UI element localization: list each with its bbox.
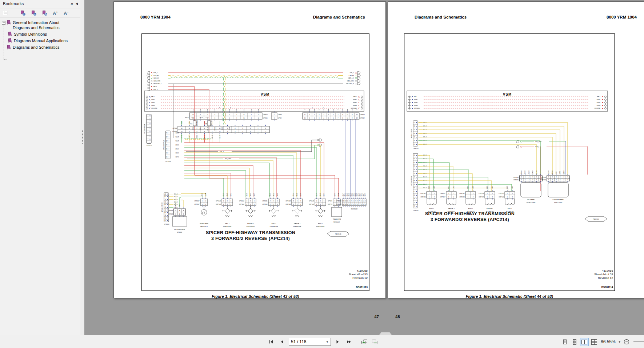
two-page-scrolling-icon[interactable] bbox=[590, 338, 598, 346]
svg-text:CRP141: CRP141 bbox=[262, 204, 267, 205]
component-rev-1-solenoid: 1122CPS140CRP140945-O159-OREV 1SOLENOID bbox=[499, 186, 515, 212]
zoom-level[interactable]: 86.55% bbox=[600, 339, 616, 344]
svg-text:1: 1 bbox=[300, 204, 301, 205]
svg-text:GROUND_3: GROUND_3 bbox=[346, 83, 354, 84]
svg-text:CPS134: CPS134 bbox=[541, 177, 546, 178]
next-page-button[interactable] bbox=[334, 338, 341, 345]
svg-text:D: D bbox=[230, 107, 231, 109]
component-sump-temp-sensor-1: 1122CPS167CRP167367-O138-WSUMP TEMPSENSO… bbox=[194, 193, 208, 227]
increase-text-size-icon[interactable]: A+ bbox=[52, 10, 59, 16]
svg-text:C2: C2 bbox=[414, 122, 415, 123]
svg-text:941-O: 941-O bbox=[428, 186, 430, 189]
page-header: Diagrams and Schematics 8000 YRM 1904 bbox=[415, 15, 637, 19]
svg-text:900-R: 900-R bbox=[176, 140, 179, 142]
svg-text:128-V: 128-V bbox=[556, 171, 557, 174]
zoom-slider[interactable] bbox=[633, 341, 644, 342]
svg-text:2: 2 bbox=[453, 193, 454, 195]
svg-text:128-S: 128-S bbox=[277, 193, 278, 196]
svg-text:5: 5 bbox=[328, 117, 329, 119]
svg-text:CRP145: CRP145 bbox=[216, 204, 221, 205]
svg-text:K2: K2 bbox=[414, 191, 415, 192]
svg-text:243-C: 243-C bbox=[176, 144, 179, 146]
svg-text:8: 8 bbox=[204, 131, 205, 132]
svg-text:1: 1 bbox=[258, 131, 259, 132]
svg-text:7: 7 bbox=[359, 204, 360, 205]
expand-current-bookmark-icon[interactable] bbox=[41, 10, 48, 16]
svg-text:SUMP TEMP: SUMP TEMP bbox=[200, 223, 208, 224]
component-range-2-solenoid: 1122CPS137CRP137942-O157-ORANGE 2SOLENOI… bbox=[440, 186, 456, 212]
svg-text:256-S: 256-S bbox=[246, 193, 248, 196]
svg-text:2: 2 bbox=[492, 193, 493, 195]
first-page-button[interactable] bbox=[268, 338, 275, 345]
svg-text:945-O: 945-O bbox=[507, 186, 508, 189]
previous-page-button[interactable] bbox=[278, 338, 285, 345]
header-right: Diagrams and Schematics bbox=[313, 15, 365, 19]
zoom-dropdown-icon[interactable]: ▼ bbox=[618, 340, 621, 344]
svg-text:C: C bbox=[175, 210, 176, 212]
svg-text:Revision 12: Revision 12 bbox=[598, 276, 613, 280]
next-view-button[interactable] bbox=[371, 338, 379, 345]
bookmark-item-symbol-definitions[interactable]: Symbol Definitions bbox=[0, 31, 80, 37]
svg-text:SWB2: SWB2 bbox=[151, 102, 155, 103]
bookmark-icon bbox=[7, 32, 13, 37]
svg-text:4119055: 4119055 bbox=[356, 269, 368, 272]
svg-text:361-O: 361-O bbox=[174, 193, 178, 195]
svg-text:157-O: 157-O bbox=[453, 186, 455, 189]
svg-text:9: 9 bbox=[197, 131, 197, 132]
svg-text:365-O: 365-O bbox=[227, 193, 228, 196]
svg-text:138-W: 138-W bbox=[205, 193, 207, 196]
svg-text:PRESSURE: PRESSURE bbox=[293, 225, 301, 227]
svg-text:BATT: BATT bbox=[353, 96, 357, 97]
svg-text:1: 1 bbox=[229, 117, 230, 119]
splitter-grip-icon bbox=[82, 129, 83, 144]
expand-panel-icon[interactable]: » bbox=[69, 0, 74, 7]
zoom-out-button[interactable] bbox=[623, 338, 630, 345]
delete-bookmark-icon[interactable] bbox=[19, 10, 26, 16]
bookmark-item-diagrams-manual-applications[interactable]: Diagrams Manual Applications bbox=[0, 37, 80, 44]
svg-text:2: 2 bbox=[536, 179, 537, 181]
svg-text:2: 2 bbox=[473, 193, 473, 195]
previous-view-button[interactable] bbox=[361, 338, 368, 345]
page-dropdown-icon[interactable]: ▼ bbox=[326, 340, 329, 344]
svg-text:RANGE 2: RANGE 2 bbox=[294, 223, 301, 224]
svg-text:5: 5 bbox=[552, 176, 553, 178]
bookmark-item-general-information[interactable]: General Information About Diagrams and S… bbox=[0, 19, 80, 31]
svg-text:367-O: 367-O bbox=[201, 193, 203, 196]
svg-text:2: 2 bbox=[309, 114, 310, 116]
document-area[interactable]: 8000 YRM 1904 Diagrams and Schematics IG… bbox=[84, 0, 644, 335]
enable-scrolling-icon[interactable] bbox=[571, 338, 579, 346]
svg-text:H1: H1 bbox=[414, 180, 415, 181]
svg-text:SPICER OFF-HIGHWAY TRANSMISSIO: SPICER OFF-HIGHWAY TRANSMISSION bbox=[206, 230, 295, 235]
svg-text:G2: G2 bbox=[164, 215, 166, 216]
svg-text:256-O: 256-O bbox=[176, 148, 179, 150]
new-bookmark-icon[interactable] bbox=[30, 10, 37, 16]
svg-text:FWD 2: FWD 2 bbox=[468, 208, 473, 209]
svg-text:5: 5 bbox=[243, 128, 243, 129]
last-page-button[interactable] bbox=[345, 338, 352, 345]
bookmark-item-diagrams-and-schematics[interactable]: Diagrams and Schematics bbox=[0, 44, 80, 51]
svg-text:−: − bbox=[67, 11, 69, 14]
page-number-input[interactable]: 51 / 118 ▼ bbox=[289, 338, 331, 346]
collapse-panel-icon[interactable]: ◂ bbox=[74, 0, 79, 7]
svg-text:TURBINE SHAFT: TURBINE SHAFT bbox=[552, 199, 564, 200]
svg-text:4: 4 bbox=[365, 204, 365, 205]
svg-text:4: 4 bbox=[251, 117, 252, 119]
svg-text:4119055: 4119055 bbox=[602, 269, 613, 272]
svg-text:REV 1: REV 1 bbox=[508, 208, 512, 209]
svg-text:IGN_3: IGN_3 bbox=[153, 88, 157, 90]
svg-text:9: 9 bbox=[355, 204, 356, 205]
svg-text:CRP183: CRP183 bbox=[336, 204, 341, 205]
single-page-view-icon[interactable] bbox=[561, 338, 569, 346]
bookmarks-toolbar: A+ A− bbox=[0, 8, 80, 18]
svg-text:2: 2 bbox=[453, 196, 454, 198]
svg-text:10: 10 bbox=[347, 204, 348, 205]
component-range-1-solenoid: 1122CPS139CRP139944-O158-ORANGE 1SOLENOI… bbox=[479, 186, 495, 212]
svg-text:7: 7 bbox=[338, 114, 339, 116]
two-page-view-icon[interactable] bbox=[580, 338, 588, 346]
bookmark-options-icon[interactable] bbox=[2, 10, 9, 16]
decrease-text-size-icon[interactable]: A− bbox=[63, 10, 69, 16]
svg-text:128-X: 128-X bbox=[352, 193, 354, 196]
svg-text:7: 7 bbox=[236, 117, 237, 119]
svg-text:805-G: 805-G bbox=[185, 117, 189, 118]
svg-text:4: 4 bbox=[556, 176, 557, 178]
